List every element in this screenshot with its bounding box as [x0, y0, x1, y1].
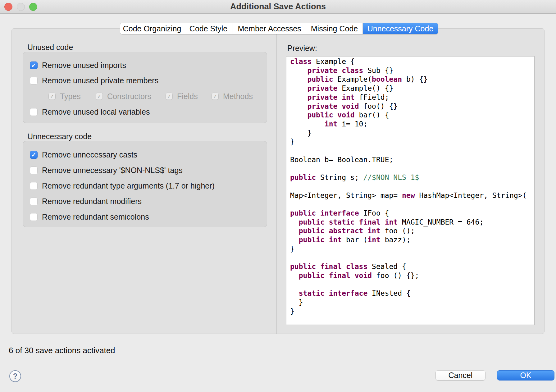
checkbox-label-constructors: Constructors	[107, 92, 151, 101]
checkbox-label-remove-unused-imports: Remove unused imports	[42, 61, 126, 70]
checkbox-label-remove-unused-private-members: Remove unused private members	[42, 76, 158, 85]
checkbox-types: ✓	[48, 93, 56, 100]
checkbox-label-remove-redundant-modifiers: Remove redundant modifiers	[42, 197, 142, 206]
checkbox-remove-unused-local-variables[interactable]	[30, 108, 38, 116]
checkbox-remove-unnecessary-casts[interactable]: ✓	[30, 151, 38, 159]
option-row-remove-unnecessary-non-nls-tags: Remove unnecessary '$NON-NLS$' tags	[23, 162, 267, 178]
checkbox-constructors: ✓	[96, 93, 103, 100]
tab-code-style[interactable]: Code Style	[184, 23, 233, 34]
tab-unnecessary-code[interactable]: Unnecessary Code	[363, 23, 438, 34]
group-unused-code: ✓Remove unused importsRemove unused priv…	[23, 52, 267, 123]
checkbox-remove-unused-imports[interactable]: ✓	[30, 62, 38, 69]
option-row-remove-redundant-semicolons: Remove redundant semicolons	[23, 209, 267, 225]
titlebar: Additional Save Actions	[0, 0, 556, 14]
tab-code-organizing[interactable]: Code Organizing	[120, 23, 184, 34]
checkbox-remove-unused-private-members[interactable]	[30, 77, 38, 84]
help-button[interactable]: ?	[9, 370, 21, 382]
option-row-remove-unused-private-members: Remove unused private members	[23, 73, 267, 88]
checkbox-label-types: Types	[60, 92, 81, 101]
sub-option-constructors: ✓Constructors	[96, 92, 151, 101]
status-text: 6 of 30 save actions activated	[9, 346, 115, 355]
checkbox-label-remove-unnecessary-casts: Remove unnecessary casts	[42, 150, 137, 159]
tab-bar: Code OrganizingCode StyleMember Accesses…	[120, 23, 438, 34]
checkbox-label-remove-redundant-semicolons: Remove redundant semicolons	[42, 212, 149, 221]
question-mark-icon: ?	[13, 372, 18, 381]
checkbox-remove-redundant-type-arguments-1-7-or-higher[interactable]	[30, 182, 38, 190]
section-label-unnecessary-code: Unnecessary code	[27, 132, 92, 141]
checkbox-methods: ✓	[212, 93, 219, 100]
pane-divider	[276, 30, 276, 334]
group-unnecessary-code: ✓Remove unnecessary castsRemove unnecess…	[23, 141, 267, 227]
ok-button[interactable]: OK	[497, 370, 554, 381]
option-row-remove-unnecessary-casts: ✓Remove unnecessary casts	[23, 147, 267, 162]
section-label-unused-code: Unused code	[27, 43, 73, 52]
code-preview[interactable]: class Example { private class Sub {} pub…	[286, 56, 535, 325]
checkbox-label-methods: Methods	[223, 92, 253, 101]
sub-option-methods: ✓Methods	[212, 92, 253, 101]
checkbox-label-fields: Fields	[177, 92, 198, 101]
sub-option-types: ✓Types	[48, 92, 81, 101]
checkbox-label-remove-unused-local-variables: Remove unused local variables	[42, 107, 150, 116]
tab-member-accesses[interactable]: Member Accesses	[233, 23, 306, 34]
cancel-button[interactable]: Cancel	[435, 370, 485, 381]
sub-option-fields: ✓Fields	[166, 92, 198, 101]
sub-options-row: ✓Types✓Constructors✓Fields✓Methods	[23, 88, 267, 104]
option-row-remove-redundant-type-arguments-1-7-or-higher: Remove redundant type arguments (1.7 or …	[23, 178, 267, 194]
checkbox-fields: ✓	[166, 93, 173, 100]
option-row-remove-unused-local-variables: Remove unused local variables	[23, 104, 267, 120]
preview-label: Preview:	[287, 44, 317, 53]
checkbox-remove-redundant-semicolons[interactable]	[30, 213, 38, 221]
checkbox-label-remove-redundant-type-arguments-1-7-or-higher: Remove redundant type arguments (1.7 or …	[42, 181, 215, 190]
option-row-remove-redundant-modifiers: Remove redundant modifiers	[23, 194, 267, 209]
checkbox-label-remove-unnecessary-non-nls-tags: Remove unnecessary '$NON-NLS$' tags	[42, 166, 183, 175]
checkbox-remove-unnecessary-non-nls-tags[interactable]	[30, 166, 38, 174]
window-title: Additional Save Actions	[0, 0, 556, 14]
option-row-remove-unused-imports: ✓Remove unused imports	[23, 58, 267, 73]
tab-missing-code[interactable]: Missing Code	[306, 23, 363, 34]
checkbox-remove-redundant-modifiers[interactable]	[30, 198, 38, 205]
